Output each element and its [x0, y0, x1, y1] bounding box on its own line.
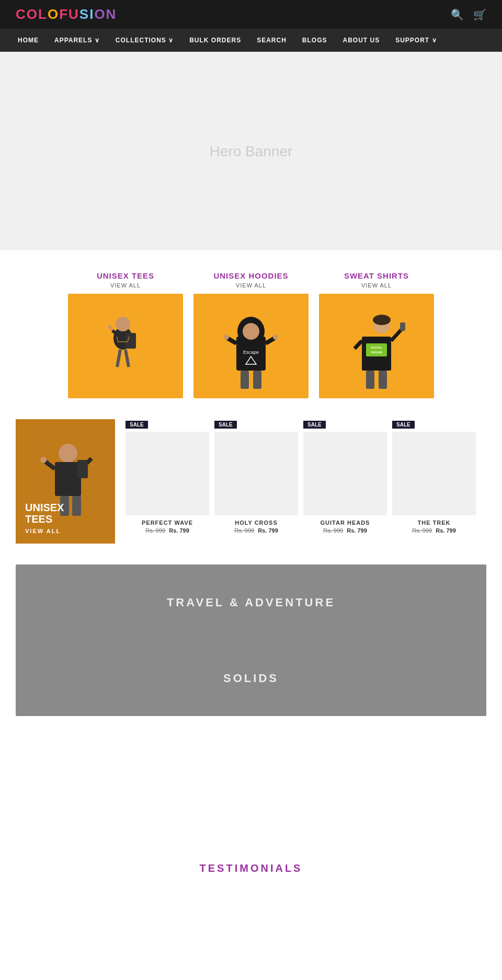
hoodies-figure-svg: Escape — [193, 294, 309, 398]
collection-tees-link[interactable]: VIEW ALL — [68, 282, 183, 289]
collection-hoodies-img[interactable]: Escape — [193, 294, 309, 398]
collections-section: UNISEX TEES VIEW ALL — [0, 250, 502, 414]
nav-bulk-orders[interactable]: BULK ORDERS — [182, 29, 248, 52]
featured-banner[interactable]: UNISEXTEES VIEW ALL — [16, 419, 115, 544]
product-card-3: SALE GUITAR HEADS Rs. 999 Rs. 799 — [303, 419, 387, 544]
product-old-price-4: Rs. 999 — [412, 527, 432, 534]
product-price-4: Rs. 999 Rs. 799 — [392, 527, 476, 534]
svg-rect-27 — [400, 322, 405, 331]
svg-rect-40 — [77, 460, 88, 478]
cart-icon[interactable]: 🛒 — [473, 8, 486, 21]
nav-bar: HOME APPARELS ∨ COLLECTIONS ∨ BULK ORDER… — [0, 29, 502, 52]
travel-section[interactable]: TRAVEL & ADVENTURE SOLIDS — [16, 564, 486, 716]
svg-rect-36 — [55, 462, 81, 496]
svg-text:Escape: Escape — [243, 350, 259, 355]
nav-collections[interactable]: COLLECTIONS ∨ — [108, 29, 181, 52]
logo-on: ON — [94, 6, 117, 22]
product-price-2: Rs. 999 Rs. 799 — [214, 527, 298, 534]
collections-grid: UNISEX TEES VIEW ALL — [16, 271, 486, 398]
product-img-4[interactable] — [392, 432, 476, 515]
search-icon[interactable]: 🔍 — [451, 8, 464, 21]
svg-rect-19 — [253, 371, 261, 389]
nav-about-us[interactable]: ABOUT US — [336, 29, 387, 52]
product-img-1[interactable] — [126, 432, 209, 515]
svg-text:SOCIAL: SOCIAL — [371, 346, 383, 349]
sale-badge-4: SALE — [392, 421, 415, 429]
featured-section: UNISEXTEES VIEW ALL SALE PERFECT WAVE Rs… — [0, 414, 502, 554]
logo-o: O — [48, 6, 59, 22]
product-card-4: SALE THE TREK Rs. 999 Rs. 799 — [392, 419, 476, 544]
product-name-2: HOLY CROSS — [214, 520, 298, 526]
svg-text:Hero Banner: Hero Banner — [210, 143, 293, 159]
logo-col: COL — [16, 6, 48, 22]
nav-support[interactable]: SUPPORT ∨ — [388, 29, 444, 52]
svg-point-38 — [40, 457, 47, 463]
product-old-price-3: Rs. 999 — [323, 527, 343, 534]
top-icons: 🔍 🛒 — [451, 8, 486, 21]
nav-search[interactable]: SEARCH — [249, 29, 294, 52]
hero-image: Hero Banner — [26, 57, 476, 245]
nav-apparels[interactable]: APPARELS ∨ — [47, 29, 107, 52]
product-new-price-4: Rs. 799 — [436, 527, 456, 534]
product-new-price-3: Rs. 799 — [347, 527, 367, 534]
tees-figure-svg — [68, 294, 183, 398]
product-price-3: Rs. 999 Rs. 799 — [303, 527, 387, 534]
svg-rect-18 — [241, 371, 249, 389]
product-new-price-1: Rs. 799 — [169, 527, 189, 534]
nav-blogs[interactable]: BLOGS — [295, 29, 335, 52]
collection-tees-img[interactable] — [68, 294, 183, 398]
svg-rect-30 — [379, 371, 387, 389]
nav-home[interactable]: HOME — [10, 29, 46, 52]
logo-si: SI — [79, 6, 95, 22]
collection-sweatshirts-link[interactable]: VIEW ALL — [319, 282, 434, 289]
svg-rect-42 — [72, 496, 81, 516]
sweatshirts-figure-svg: SOCIAL VEGAN — [319, 294, 434, 398]
product-old-price-1: Rs. 999 — [145, 527, 165, 534]
collection-sweatshirts-img[interactable]: SOCIAL VEGAN — [319, 294, 434, 398]
sale-badge-3: SALE — [303, 421, 326, 429]
svg-point-16 — [224, 335, 229, 340]
svg-rect-29 — [366, 371, 374, 389]
svg-point-13 — [243, 323, 259, 340]
svg-text:VEGAN: VEGAN — [371, 351, 382, 354]
collection-card-sweatshirts: SWEAT SHIRTS VIEW ALL — [319, 271, 434, 398]
product-new-price-2: Rs. 799 — [258, 527, 278, 534]
featured-banner-title: UNISEXTEES — [25, 502, 64, 525]
logo-fu: FU — [59, 6, 79, 22]
collection-hoodies-title: UNISEX HOODIES — [193, 271, 309, 280]
product-img-2[interactable] — [214, 432, 298, 515]
bottom-section: TESTIMONIALS — [0, 727, 502, 890]
svg-point-17 — [273, 335, 278, 340]
product-name-1: PERFECT WAVE — [126, 520, 209, 526]
product-name-4: THE TREK — [392, 520, 476, 526]
featured-banner-viewall[interactable]: VIEW ALL — [25, 528, 64, 534]
collection-sweatshirts-title: SWEAT SHIRTS — [319, 271, 434, 280]
logo[interactable]: COLOFUSION — [16, 6, 117, 22]
solids-title: SOLIDS — [223, 672, 279, 685]
collection-card-hoodies: UNISEX HOODIES VIEW ALL — [193, 271, 309, 398]
collection-card-tees: UNISEX TEES VIEW ALL — [68, 271, 183, 398]
hero-area: Hero Banner — [0, 52, 502, 250]
svg-rect-7 — [126, 333, 136, 349]
testimonials-title: TESTIMONIALS — [16, 862, 486, 874]
svg-point-25 — [373, 315, 391, 325]
top-bar: COLOFUSION 🔍 🛒 — [0, 0, 502, 29]
product-img-3[interactable] — [303, 432, 387, 515]
product-name-3: GUITAR HEADS — [303, 520, 387, 526]
product-card-1: SALE PERFECT WAVE Rs. 999 Rs. 799 — [126, 419, 209, 544]
sale-badge-1: SALE — [126, 421, 148, 429]
sale-badge-2: SALE — [214, 421, 237, 429]
travel-title: TRAVEL & ADVENTURE — [167, 596, 335, 609]
product-price-1: Rs. 999 Rs. 799 — [126, 527, 209, 534]
collection-tees-title: UNISEX TEES — [68, 271, 183, 280]
products-row: SALE PERFECT WAVE Rs. 999 Rs. 799 SALE H… — [115, 419, 486, 544]
svg-point-4 — [116, 317, 130, 331]
product-card-2: SALE HOLY CROSS Rs. 999 Rs. 799 — [214, 419, 298, 544]
svg-rect-31 — [366, 343, 387, 356]
svg-point-35 — [59, 444, 77, 463]
collection-hoodies-link[interactable]: VIEW ALL — [193, 282, 309, 289]
product-old-price-2: Rs. 999 — [234, 527, 254, 534]
